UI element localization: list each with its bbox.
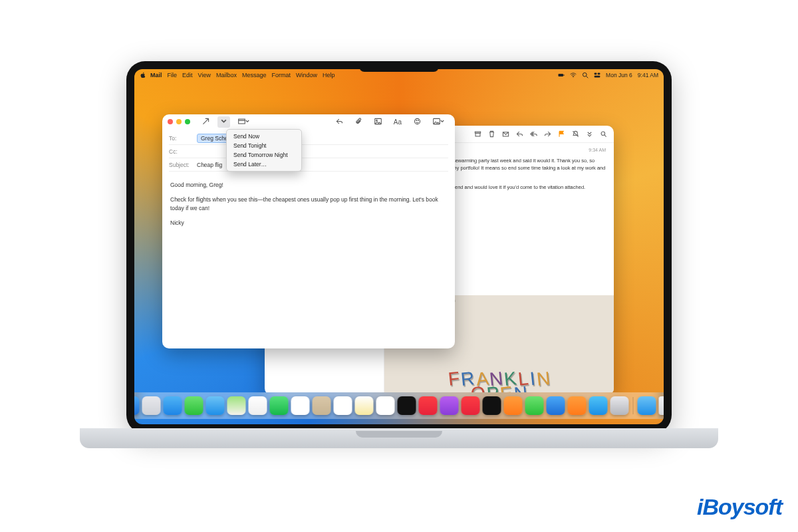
dock-app-contacts[interactable] bbox=[313, 396, 331, 415]
subject-value: Cheap flig bbox=[197, 162, 222, 168]
compose-body[interactable]: Good morning, Greg! Check for flights wh… bbox=[162, 174, 455, 234]
format-icon[interactable]: Aa bbox=[391, 117, 404, 127]
send-button[interactable] bbox=[200, 116, 212, 128]
dock-app-news[interactable] bbox=[462, 396, 480, 415]
cc-field-row[interactable]: Cc: bbox=[169, 145, 448, 158]
desktop: Mail File Edit View Mailbox Message Form… bbox=[134, 69, 664, 424]
send-menu-toggle[interactable] bbox=[217, 116, 230, 128]
svg-line-12 bbox=[604, 135, 606, 137]
menu-message[interactable]: Message bbox=[242, 72, 267, 78]
mute-icon[interactable] bbox=[572, 130, 579, 138]
svg-rect-9 bbox=[475, 133, 480, 136]
svg-point-11 bbox=[601, 132, 605, 136]
svg-point-3 bbox=[583, 72, 587, 76]
menu-item-send-tomorrow-night[interactable]: Send Tomorrow Night bbox=[227, 150, 301, 160]
svg-point-16 bbox=[376, 120, 377, 121]
to-field-row[interactable]: To: Greg Scheer bbox=[169, 132, 448, 145]
dock-app-numbers[interactable] bbox=[525, 396, 544, 415]
search-icon[interactable] bbox=[582, 72, 589, 78]
dock-separator bbox=[633, 397, 634, 414]
flag-icon[interactable] bbox=[558, 130, 565, 138]
menubar-app-name[interactable]: Mail bbox=[150, 72, 162, 78]
menu-help[interactable]: Help bbox=[323, 72, 335, 78]
dock-app-notes[interactable] bbox=[355, 396, 374, 415]
watermark-logo: iBoysoft bbox=[697, 494, 782, 520]
laptop-mockup: Mail File Edit View Mailbox Message Form… bbox=[126, 61, 672, 434]
svg-rect-13 bbox=[239, 119, 245, 124]
dock-app-podcasts[interactable] bbox=[440, 396, 459, 415]
send-later-menu: Send Now Send Tonight Send Tomorrow Nigh… bbox=[226, 129, 302, 172]
dock-app-maps[interactable] bbox=[227, 396, 246, 415]
dock-app-finder[interactable] bbox=[134, 396, 140, 415]
dock-app-keynote[interactable] bbox=[547, 396, 565, 415]
minimize-button[interactable] bbox=[176, 119, 182, 124]
svg-rect-5 bbox=[595, 72, 597, 74]
svg-rect-0 bbox=[559, 74, 564, 76]
dock-app-launchpad[interactable] bbox=[142, 396, 161, 415]
dock-app-settings[interactable] bbox=[610, 396, 629, 415]
menu-edit[interactable]: Edit bbox=[182, 72, 193, 78]
traffic-lights bbox=[168, 119, 190, 124]
subject-label: Subject: bbox=[169, 162, 193, 168]
menu-mailbox[interactable]: Mailbox bbox=[216, 72, 237, 78]
header-fields-toggle[interactable] bbox=[235, 116, 252, 128]
menu-format[interactable]: Format bbox=[271, 72, 291, 78]
dock-app-facetime[interactable] bbox=[270, 396, 289, 415]
dock-app-appstore[interactable] bbox=[589, 396, 608, 415]
menubar-date[interactable]: Mon Jun 6 bbox=[606, 72, 632, 78]
body-line: Good morning, Greg! bbox=[170, 181, 447, 190]
svg-point-19 bbox=[418, 120, 418, 120]
dock-downloads[interactable] bbox=[638, 396, 656, 415]
junk-icon[interactable] bbox=[502, 130, 509, 138]
menu-view[interactable]: View bbox=[198, 72, 211, 78]
trash-icon[interactable] bbox=[488, 130, 495, 138]
svg-point-18 bbox=[416, 120, 417, 120]
menubar-time[interactable]: 9:41 AM bbox=[638, 72, 658, 78]
control-center-icon[interactable] bbox=[594, 72, 600, 78]
dock-app-photos[interactable] bbox=[249, 396, 267, 415]
attach-icon[interactable] bbox=[352, 116, 365, 128]
reply-icon[interactable] bbox=[516, 130, 523, 138]
battery-icon[interactable] bbox=[558, 72, 565, 78]
svg-point-2 bbox=[573, 76, 573, 77]
dock-app-safari[interactable] bbox=[164, 396, 182, 415]
dock-app-reminders[interactable] bbox=[334, 396, 352, 415]
dock-trash[interactable] bbox=[659, 396, 664, 415]
body-signature: Nicky bbox=[170, 219, 447, 228]
dock-app-music[interactable] bbox=[419, 396, 438, 415]
svg-point-17 bbox=[414, 118, 420, 124]
to-label: To: bbox=[169, 135, 193, 142]
media-menu[interactable] bbox=[430, 116, 447, 128]
dock-app-books[interactable] bbox=[504, 396, 523, 415]
cc-label: Cc: bbox=[169, 148, 193, 155]
dock-app-stocks[interactable] bbox=[483, 396, 501, 415]
dock-app-messages[interactable] bbox=[185, 396, 203, 415]
reply-icon[interactable] bbox=[333, 116, 346, 128]
emoji-icon[interactable] bbox=[411, 116, 424, 128]
display-notch bbox=[359, 61, 439, 72]
wifi-icon[interactable] bbox=[570, 72, 577, 78]
dock-app-tv[interactable] bbox=[398, 396, 416, 415]
dock-app-freeform[interactable] bbox=[376, 396, 395, 415]
more-icon[interactable] bbox=[586, 130, 593, 138]
dock-app-pages[interactable] bbox=[568, 396, 587, 415]
dock-app-calendar[interactable] bbox=[291, 396, 310, 415]
subject-field-row[interactable]: Subject: Cheap flig bbox=[169, 158, 448, 172]
reply-all-icon[interactable] bbox=[530, 130, 537, 138]
close-button[interactable] bbox=[168, 119, 173, 124]
apple-logo-icon[interactable] bbox=[140, 72, 146, 78]
compose-toolbar: Aa bbox=[162, 114, 455, 129]
forward-icon[interactable] bbox=[544, 130, 551, 138]
menu-item-send-now[interactable]: Send Now bbox=[227, 132, 301, 141]
archive-icon[interactable] bbox=[474, 130, 481, 138]
menu-item-send-later[interactable]: Send Later… bbox=[227, 160, 301, 169]
dock-app-mail[interactable] bbox=[206, 396, 225, 415]
search-icon[interactable] bbox=[600, 130, 607, 138]
menu-file[interactable]: File bbox=[168, 72, 178, 78]
menubar-status: Mon Jun 6 9:41 AM bbox=[558, 72, 658, 78]
menu-window[interactable]: Window bbox=[296, 72, 317, 78]
photo-icon[interactable] bbox=[372, 116, 384, 128]
menubar-menus: Mail File Edit View Mailbox Message Form… bbox=[150, 72, 335, 78]
zoom-button[interactable] bbox=[185, 119, 190, 124]
menu-item-send-tonight[interactable]: Send Tonight bbox=[227, 141, 301, 150]
